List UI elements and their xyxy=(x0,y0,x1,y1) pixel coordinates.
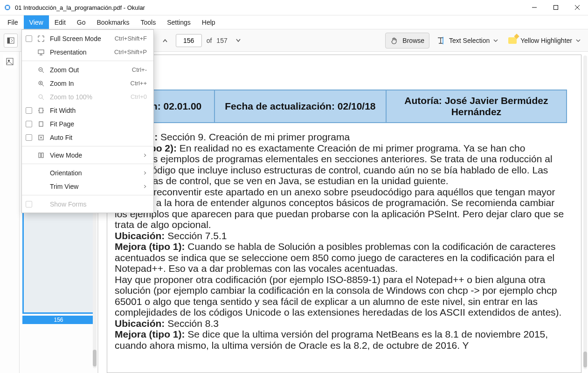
yellow-highlighter-tool[interactable]: Yellow Highlighter xyxy=(505,37,584,44)
text-selection-icon xyxy=(436,36,445,45)
doc-header-table: ersión: 02.01.00 Fecha de actualización:… xyxy=(115,90,567,123)
fullscreen-icon xyxy=(37,35,45,43)
menu-zoom-out[interactable]: Zoom Out Ctrl+- xyxy=(22,63,153,76)
svg-point-19 xyxy=(39,95,42,98)
prev-page-button[interactable] xyxy=(159,35,171,47)
submenu-arrow-icon xyxy=(143,153,147,157)
menu-fit-page[interactable]: Fit Page xyxy=(22,117,153,131)
window-controls xyxy=(524,0,588,15)
menu-auto-fit[interactable]: Auto Fit xyxy=(22,131,153,144)
menu-presentation[interactable]: Presentation Ctrl+Shift+P xyxy=(22,45,153,59)
page-of-label: of xyxy=(207,37,212,44)
svg-line-13 xyxy=(42,71,44,73)
menu-show-forms: Show Forms xyxy=(22,197,153,211)
next-page-button[interactable] xyxy=(232,35,244,47)
chevron-down-icon[interactable] xyxy=(576,39,581,42)
menu-zoom-100: Zoom to 100% Ctrl+0 xyxy=(22,90,153,104)
menu-view[interactable]: View xyxy=(24,15,49,29)
side-rail xyxy=(0,52,20,373)
zoom-100-icon xyxy=(37,93,45,101)
highlighter-icon xyxy=(508,37,517,44)
menu-fit-width[interactable]: Fit Width xyxy=(22,104,153,117)
svg-rect-3 xyxy=(554,6,558,10)
menu-edit[interactable]: Edit xyxy=(49,15,71,29)
menu-orientation[interactable]: Orientation xyxy=(22,166,153,180)
auto-fit-icon xyxy=(37,133,45,142)
view-dropdown-menu: Full Screen Mode Ctrl+Shift+F Presentati… xyxy=(21,29,154,213)
title-bar: 01 Introducción_a_la_programación.pdf - … xyxy=(0,0,588,15)
window-title: 01 Introducción_a_la_programación.pdf - … xyxy=(15,4,524,11)
fit-page-icon xyxy=(37,120,45,128)
view-mode-icon xyxy=(37,151,45,159)
doc-body: bicación: Sección 9. Creación de mi prim… xyxy=(115,131,567,351)
menu-go[interactable]: Go xyxy=(71,15,91,29)
menu-file[interactable]: File xyxy=(2,15,24,29)
svg-rect-7 xyxy=(7,38,10,43)
svg-rect-22 xyxy=(39,122,43,126)
zoom-out-icon xyxy=(37,66,45,74)
menu-tools[interactable]: Tools xyxy=(135,15,162,29)
browse-label: Browse xyxy=(402,37,424,44)
svg-rect-11 xyxy=(38,50,44,54)
thumbnail-156[interactable]: 156 xyxy=(22,209,95,324)
app-icon xyxy=(4,4,11,11)
submenu-arrow-icon xyxy=(143,185,147,188)
page-total: 157 xyxy=(216,37,227,44)
svg-rect-21 xyxy=(39,108,43,113)
page-navigation: of 157 xyxy=(159,34,244,47)
zoom-in-icon xyxy=(37,79,45,88)
menu-full-screen[interactable]: Full Screen Mode Ctrl+Shift+F xyxy=(22,32,153,45)
hand-icon xyxy=(390,36,399,45)
presentation-icon xyxy=(37,48,45,56)
menu-help[interactable]: Help xyxy=(196,15,221,29)
submenu-arrow-icon xyxy=(143,171,147,175)
menu-settings[interactable]: Settings xyxy=(161,15,196,29)
toggle-sidebar-button[interactable] xyxy=(4,34,18,48)
header-date: Fecha de actualización: 02/10/18 xyxy=(214,90,386,123)
chevron-down-icon[interactable] xyxy=(493,39,498,42)
browse-tool-button[interactable]: Browse xyxy=(385,33,429,48)
text-selection-label: Text Selection xyxy=(449,37,490,44)
menu-bar: File View Edit Go Bookmarks Tools Settin… xyxy=(0,15,588,29)
menu-trim-view[interactable]: Trim View xyxy=(22,180,153,193)
svg-line-16 xyxy=(42,84,44,86)
thumbnails-tab[interactable] xyxy=(3,55,17,69)
menu-zoom-in[interactable]: Zoom In Ctrl++ xyxy=(22,76,153,90)
page-canvas: ersión: 02.01.00 Fecha de actualización:… xyxy=(107,55,581,373)
document-scrollbar[interactable] xyxy=(583,55,587,369)
header-author: Autoría: José Javier Bermúdez Hernández xyxy=(386,90,567,123)
svg-rect-24 xyxy=(39,153,41,158)
page-number-input[interactable] xyxy=(176,34,202,47)
text-selection-tool[interactable]: Text Selection xyxy=(432,36,502,45)
minimize-button[interactable] xyxy=(524,0,545,15)
svg-rect-25 xyxy=(42,153,43,158)
yellow-highlighter-label: Yellow Highlighter xyxy=(520,37,572,44)
close-button[interactable] xyxy=(567,0,588,15)
fit-width-icon xyxy=(37,106,45,115)
thumbnail-label: 156 xyxy=(22,316,95,324)
menu-bookmarks[interactable]: Bookmarks xyxy=(91,15,135,29)
maximize-button[interactable] xyxy=(545,0,567,15)
menu-view-mode[interactable]: View Mode xyxy=(22,148,153,162)
svg-rect-1 xyxy=(6,6,9,9)
svg-line-20 xyxy=(42,98,44,100)
document-view[interactable]: ersión: 02.01.00 Fecha de actualización:… xyxy=(98,52,588,373)
